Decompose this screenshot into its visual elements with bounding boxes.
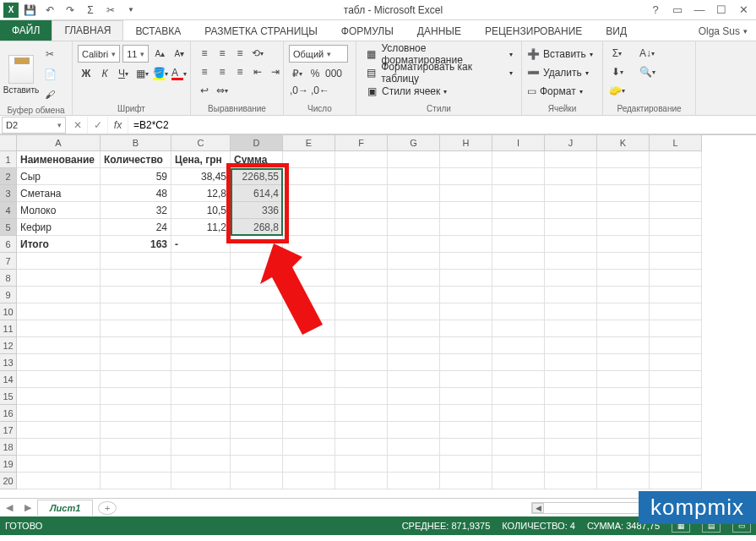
delete-cells-button[interactable]: ➖Удалить▾ xyxy=(527,63,597,82)
cell-C17[interactable] xyxy=(171,422,231,439)
cell-D18[interactable] xyxy=(231,439,283,456)
cell-H3[interactable] xyxy=(440,185,492,202)
cell-J20[interactable] xyxy=(545,473,597,489)
cell-G14[interactable] xyxy=(388,371,440,388)
cell-K18[interactable] xyxy=(597,439,650,456)
cell-B10[interactable] xyxy=(101,303,171,320)
cell-A19[interactable] xyxy=(17,456,101,473)
qat-dropdown[interactable]: ▼ xyxy=(122,1,140,19)
cell-C6[interactable]: - xyxy=(171,236,231,253)
tab-formulas[interactable]: ФОРМУЛЫ xyxy=(329,22,405,41)
cell-J6[interactable] xyxy=(545,236,597,253)
clear-button[interactable]: 🧽▾ xyxy=(608,82,626,99)
cell-L5[interactable] xyxy=(650,219,702,236)
cell-F17[interactable] xyxy=(335,422,388,439)
ribbon-options-button[interactable]: ▭ xyxy=(668,2,687,19)
cell-I8[interactable] xyxy=(492,270,545,287)
row-header-15[interactable]: 15 xyxy=(0,388,17,405)
cell-D6[interactable] xyxy=(231,236,283,253)
cell-I3[interactable] xyxy=(492,185,545,202)
cell-B15[interactable] xyxy=(101,388,171,405)
cell-J16[interactable] xyxy=(545,405,597,422)
cell-A13[interactable] xyxy=(17,354,101,371)
cell-A1[interactable]: Наименование xyxy=(17,151,101,168)
cell-E2[interactable] xyxy=(283,168,335,185)
cell-K1[interactable] xyxy=(597,151,650,168)
increase-decimal-button[interactable]: ,0→ xyxy=(289,82,309,99)
cell-E7[interactable] xyxy=(283,253,335,270)
tab-view[interactable]: ВИД xyxy=(594,22,639,41)
cell-D10[interactable] xyxy=(231,303,283,320)
tab-insert[interactable]: ВСТАВКА xyxy=(123,22,193,41)
cell-F2[interactable] xyxy=(335,168,388,185)
cell-A4[interactable]: Молоко xyxy=(17,202,101,219)
cell-F18[interactable] xyxy=(335,439,388,456)
cell-K2[interactable] xyxy=(597,168,650,185)
cell-L6[interactable] xyxy=(650,236,702,253)
add-sheet-button[interactable]: + xyxy=(98,501,117,515)
row-header-18[interactable]: 18 xyxy=(0,439,17,456)
align-bottom-button[interactable]: ≡ xyxy=(231,45,248,62)
cell-I16[interactable] xyxy=(492,405,545,422)
cell-I10[interactable] xyxy=(492,303,545,320)
cell-F11[interactable] xyxy=(335,320,388,337)
cell-E16[interactable] xyxy=(283,405,335,422)
cell-E8[interactable] xyxy=(283,270,335,287)
row-header-2[interactable]: 2 xyxy=(0,168,17,185)
cell-K7[interactable] xyxy=(597,253,650,270)
row-header-20[interactable]: 20 xyxy=(0,473,17,489)
row-header-6[interactable]: 6 xyxy=(0,236,17,253)
tab-file[interactable]: ФАЙЛ xyxy=(0,20,52,41)
cell-J10[interactable] xyxy=(545,303,597,320)
cell-B20[interactable] xyxy=(101,473,171,489)
cell-G13[interactable] xyxy=(388,354,440,371)
cell-H15[interactable] xyxy=(440,388,492,405)
cell-F6[interactable] xyxy=(335,236,388,253)
cell-D17[interactable] xyxy=(231,422,283,439)
cell-C14[interactable] xyxy=(171,371,231,388)
cell-K20[interactable] xyxy=(597,473,650,489)
col-header-F[interactable]: F xyxy=(335,135,388,151)
row-header-10[interactable]: 10 xyxy=(0,303,17,320)
cell-E15[interactable] xyxy=(283,388,335,405)
cell-K15[interactable] xyxy=(597,388,650,405)
cell-A10[interactable] xyxy=(17,303,101,320)
font-name-combo[interactable]: Calibri▾ xyxy=(78,45,120,63)
cell-F5[interactable] xyxy=(335,219,388,236)
cell-G12[interactable] xyxy=(388,337,440,354)
percent-button[interactable]: % xyxy=(307,65,324,82)
cell-L8[interactable] xyxy=(650,270,702,287)
cell-J11[interactable] xyxy=(545,320,597,337)
cell-L14[interactable] xyxy=(650,371,702,388)
cell-F7[interactable] xyxy=(335,253,388,270)
cell-E19[interactable] xyxy=(283,456,335,473)
cut-button[interactable]: ✂ xyxy=(41,45,59,63)
cell-A9[interactable] xyxy=(17,287,101,303)
cell-B18[interactable] xyxy=(101,439,171,456)
cell-F1[interactable] xyxy=(335,151,388,168)
cell-D15[interactable] xyxy=(231,388,283,405)
cell-I2[interactable] xyxy=(492,168,545,185)
col-header-B[interactable]: B xyxy=(101,135,171,151)
cell-D14[interactable] xyxy=(231,371,283,388)
tab-home[interactable]: ГЛАВНАЯ xyxy=(52,20,123,41)
cell-B14[interactable] xyxy=(101,371,171,388)
cell-E10[interactable] xyxy=(283,303,335,320)
cell-H14[interactable] xyxy=(440,371,492,388)
format-cells-button[interactable]: ▭Формат▾ xyxy=(527,82,597,101)
cell-E5[interactable] xyxy=(283,219,335,236)
cell-G7[interactable] xyxy=(388,253,440,270)
cell-J2[interactable] xyxy=(545,168,597,185)
col-header-I[interactable]: I xyxy=(492,135,545,151)
cell-I4[interactable] xyxy=(492,202,545,219)
cell-D20[interactable] xyxy=(231,473,283,489)
cell-H20[interactable] xyxy=(440,473,492,489)
cell-F16[interactable] xyxy=(335,405,388,422)
cell-G18[interactable] xyxy=(388,439,440,456)
cell-C13[interactable] xyxy=(171,354,231,371)
cell-L9[interactable] xyxy=(650,287,702,303)
cell-G15[interactable] xyxy=(388,388,440,405)
cell-D1[interactable]: Сумма xyxy=(231,151,283,168)
cell-L17[interactable] xyxy=(650,422,702,439)
cell-C19[interactable] xyxy=(171,456,231,473)
